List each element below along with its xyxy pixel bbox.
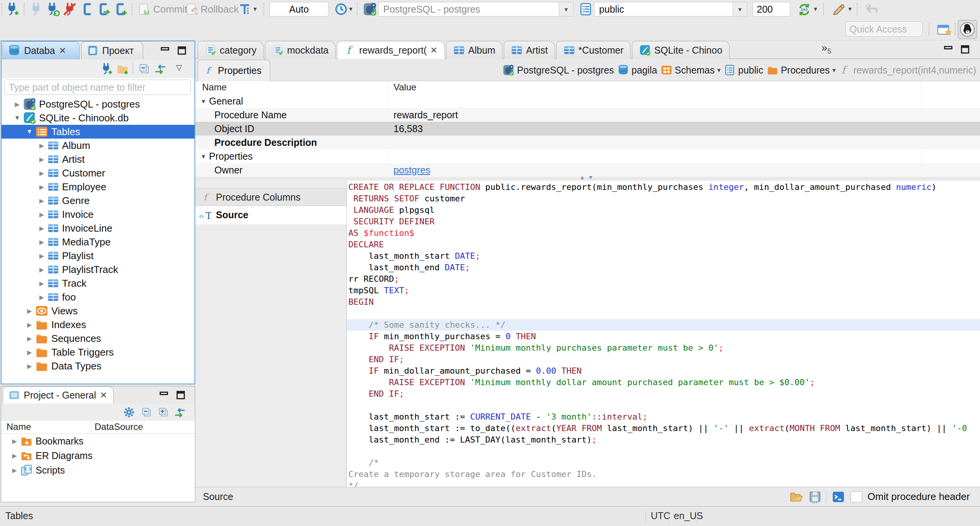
commit-mode-combo[interactable]: Auto — [270, 2, 328, 16]
property-row-procedure-name[interactable]: Procedure Namerewards_report — [195, 108, 980, 122]
minimize-icon[interactable] — [158, 389, 170, 401]
editor-tab-rewards-report[interactable]: frewards_report(✕ — [337, 41, 445, 59]
tree-item-customer[interactable]: ▶Customer — [2, 166, 194, 180]
toolbar-grip[interactable] — [955, 23, 956, 35]
tree-item-mediatype[interactable]: ▶MediaType — [2, 235, 194, 249]
settings-gear-icon[interactable] — [123, 406, 135, 418]
status-locale[interactable]: en_US — [674, 510, 703, 521]
auto-sync-dropdown[interactable]: ▾ — [814, 5, 817, 13]
editor-tab-artist[interactable]: Artist — [504, 41, 555, 59]
minimize-icon[interactable] — [159, 45, 171, 56]
tree-item-employee[interactable]: ▶Employee — [2, 180, 194, 194]
close-icon[interactable]: ✕ — [59, 46, 66, 55]
expand-arrow-icon[interactable]: ▶ — [36, 170, 47, 177]
expand-arrow-icon[interactable]: ▶ — [36, 294, 47, 301]
sash-collapse-up-icon[interactable]: ▲ — [580, 174, 585, 180]
tree-item-sqlite-chinook-db[interactable]: ▼SQLite - Chinook.db — [2, 111, 194, 125]
new-sql-editor-icon[interactable] — [114, 2, 128, 16]
expand-arrow-icon[interactable]: ▶ — [24, 307, 35, 315]
toolbar-grip[interactable] — [857, 3, 858, 15]
expand-arrow-icon[interactable]: ▶ — [24, 335, 35, 342]
tree-item-indexes[interactable]: ▶Indexes — [2, 318, 194, 332]
open-perspective-icon[interactable] — [936, 21, 952, 38]
commit-icon[interactable] — [137, 3, 150, 16]
collapse-arrow-icon[interactable]: ▼ — [201, 98, 206, 105]
expand-arrow-icon[interactable]: ▶ — [36, 280, 47, 287]
expand-arrow-icon[interactable]: ▶ — [24, 321, 35, 328]
chevron-down-icon[interactable]: ▾ — [717, 66, 721, 74]
maximize-icon[interactable] — [176, 45, 188, 56]
breadcrumb-postgresql-postgres[interactable]: PostgreSQL - postgres — [503, 64, 614, 76]
expand-arrow-icon[interactable]: ▶ — [36, 197, 47, 204]
new-folder-icon[interactable] — [116, 63, 129, 75]
load-from-file-icon[interactable] — [789, 490, 803, 504]
object-filter-input[interactable] — [5, 80, 191, 95]
rollback-icon[interactable] — [185, 3, 198, 16]
splitter-sash[interactable]: ▲ ▼ — [195, 177, 980, 181]
new-connection-icon[interactable] — [5, 2, 19, 16]
dbeaver-perspective-button[interactable] — [958, 20, 977, 39]
minimize-icon[interactable] — [942, 44, 954, 55]
expand-arrow-icon[interactable]: ▶ — [36, 142, 47, 149]
tree-item-table-triggers[interactable]: ▶Table Triggers — [2, 345, 194, 359]
toolbar-grip[interactable] — [929, 23, 929, 35]
omit-procedure-header-checkbox[interactable] — [851, 491, 862, 503]
connect-icon[interactable] — [29, 2, 43, 16]
toolbar-grip[interactable] — [132, 63, 133, 74]
toolbar-grip[interactable] — [823, 3, 824, 15]
expand-arrow-icon[interactable]: ▶ — [11, 101, 23, 108]
close-icon[interactable]: ✕ — [430, 46, 438, 55]
property-value-link[interactable]: postgres — [394, 165, 430, 176]
maximize-icon[interactable] — [959, 44, 971, 55]
chevron-down-icon[interactable]: ▾ — [833, 66, 836, 74]
schema-combo-arrow[interactable]: ▼ — [733, 2, 747, 16]
tab-database-navigator[interactable]: Databa ✕ — [2, 41, 80, 59]
toolbar-grip[interactable] — [2, 3, 2, 15]
column-header-name[interactable]: Name — [202, 82, 227, 93]
generate-mock-data-icon[interactable] — [831, 2, 846, 17]
collapse-arrow-icon[interactable]: ▼ — [24, 128, 35, 135]
property-row-properties[interactable]: ▼Properties — [195, 149, 980, 163]
subtab-source[interactable]: ‹›T Source — [195, 206, 346, 224]
status-timezone[interactable]: UTC — [651, 510, 670, 521]
sql-editor-icon[interactable] — [80, 2, 94, 16]
tree-item-album[interactable]: ▶Album — [2, 139, 194, 152]
mock-data-dropdown[interactable]: ▾ — [848, 5, 852, 13]
link-with-editor-icon[interactable] — [154, 63, 167, 76]
rollback-button[interactable]: Rollback — [201, 3, 239, 15]
tree-item-invoiceline[interactable]: ▶InvoiceLine — [2, 221, 194, 235]
editor-tab-sqlite-chinoo[interactable]: SQLite - Chinoo — [632, 41, 730, 59]
editor-tab-mockdata[interactable]: mockdata — [265, 41, 336, 59]
collapse-arrow-icon[interactable]: ▼ — [201, 153, 206, 160]
column-divider[interactable] — [141, 421, 142, 434]
quick-access-input[interactable] — [845, 21, 923, 37]
column-header-name[interactable]: Name — [7, 421, 31, 432]
fetch-size-input[interactable] — [753, 2, 790, 16]
expand-arrow-icon[interactable]: ▶ — [36, 211, 47, 218]
source-code-editor[interactable]: CREATE OR REPLACE FUNCTION public.reward… — [347, 181, 980, 488]
tab-properties[interactable]: f Properties — [198, 60, 270, 81]
omit-procedure-header-label[interactable]: Omit procedure header — [867, 491, 970, 503]
new-connection-icon[interactable] — [100, 63, 113, 75]
breadcrumb-procedures[interactable]: Procedures▾ — [767, 64, 836, 76]
project-item-bookmarks[interactable]: ▶★Bookmarks — [1, 434, 195, 448]
tree-item-postgresql-postgres[interactable]: ▶PostgreSQL - postgres — [2, 97, 194, 111]
sash-collapse-down-icon[interactable]: ▼ — [588, 174, 593, 180]
collapse-arrow-icon[interactable]: ▼ — [11, 114, 23, 121]
tree-item-data-types[interactable]: ▶Data Types — [2, 359, 194, 373]
tree-item-sequences[interactable]: ▶Sequences — [2, 332, 194, 345]
toolbar-grip[interactable] — [132, 3, 132, 15]
tree-item-views[interactable]: ▶Views — [2, 304, 194, 318]
expand-arrow-icon[interactable]: ▶ — [9, 452, 20, 459]
breadcrumb-pagila[interactable]: pagila — [617, 64, 657, 76]
tab-project-general[interactable]: Project - General ✕ — [3, 386, 114, 403]
collapse-all-icon[interactable] — [141, 407, 152, 418]
editor-tab-customer[interactable]: *Customer — [556, 41, 631, 59]
open-in-sql-console-icon[interactable] — [831, 490, 845, 504]
expand-all-icon[interactable] — [158, 407, 169, 418]
maximize-icon[interactable] — [175, 389, 186, 401]
back-history-icon[interactable] — [864, 2, 879, 17]
tree-item-track[interactable]: ▶Track — [2, 276, 194, 290]
transaction-log-dropdown[interactable]: ▾ — [349, 5, 353, 13]
close-icon[interactable]: ✕ — [100, 391, 107, 400]
